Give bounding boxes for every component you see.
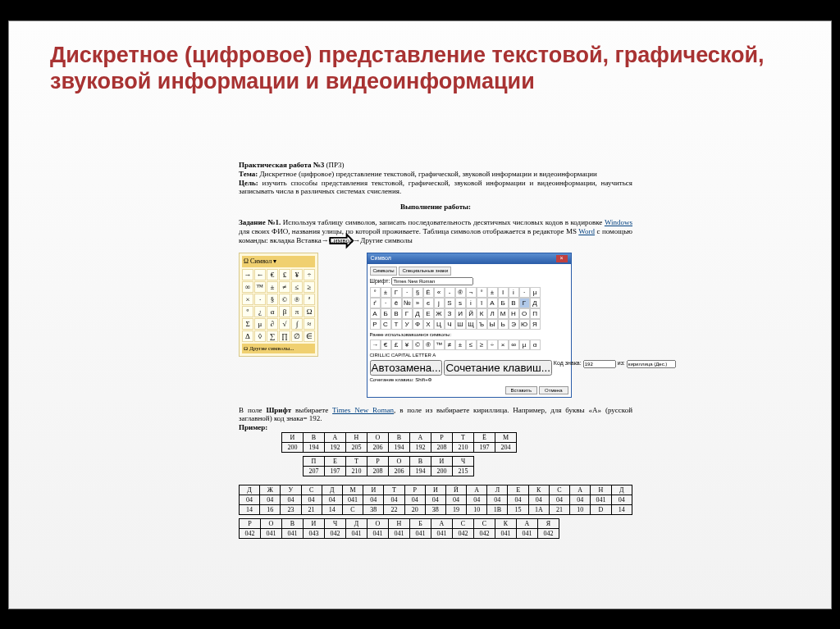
code-cell: А: [467, 485, 487, 495]
code-cell: С: [342, 504, 363, 514]
example-table-3: ДЖУСДМИТРИЙАЛЕКСАНД040404040404104040404…: [239, 485, 632, 515]
code-cell: В: [304, 432, 325, 442]
code-cell: 210: [453, 442, 474, 452]
code-cell: 15: [508, 504, 528, 514]
char-cell: Е: [423, 308, 434, 319]
code-cell: 04: [570, 495, 591, 504]
arrow-right-icon: ⇨: [328, 224, 356, 257]
code-cell: И: [425, 485, 445, 495]
symbol-cell: ±: [267, 281, 278, 293]
symbol-cell: ≤: [291, 281, 303, 293]
symbol-cell: §: [267, 294, 278, 305]
char-cell: В: [391, 308, 402, 319]
recent-cell: ™: [434, 340, 445, 350]
char-cell: А: [370, 308, 381, 319]
code-cell: 042: [538, 528, 559, 538]
code-cell: С: [474, 518, 495, 528]
char-cell: і: [466, 298, 477, 308]
char-cell: Г: [519, 298, 530, 308]
code-cell: 19: [445, 504, 466, 514]
char-cell: Ѕ: [445, 298, 455, 308]
code-cell: 04: [404, 495, 425, 504]
recent-cell: ®: [423, 340, 434, 350]
char-cell: З: [445, 308, 455, 319]
code-cell: 041: [261, 528, 282, 538]
symbol-cell: ¿: [254, 306, 266, 317]
code-cell: 20: [404, 504, 425, 514]
p2b: Шрифт: [266, 406, 291, 414]
code-cell: О: [389, 456, 410, 466]
p2c: выбираете: [295, 406, 328, 414]
code-cell: Т: [453, 432, 474, 442]
symbol-cell: ®: [291, 294, 303, 305]
code-cell: В: [410, 456, 431, 466]
code-cell: 1В: [487, 504, 508, 514]
code-cell: Р: [240, 518, 261, 528]
char-cell: Б: [498, 298, 509, 308]
tab-special: Специальные знаки: [399, 267, 451, 276]
char-cell: Э: [509, 319, 519, 330]
zadanie-label: Задание №1.: [239, 218, 281, 226]
char-cell: є: [423, 298, 434, 308]
code-cell: 21: [549, 504, 569, 514]
symbol-cell: ∞: [242, 281, 253, 293]
code-cell: 206: [368, 442, 389, 452]
symbol-cell: ×: [242, 294, 253, 305]
symbol-cell: β: [279, 306, 290, 317]
char-cell: Л: [487, 308, 498, 319]
code-cell: Б: [410, 518, 431, 528]
code-cell: Ч: [325, 518, 346, 528]
code-cell: Н: [346, 432, 368, 442]
primer-label: Пример:: [239, 423, 632, 432]
code-cell: 04: [508, 495, 528, 504]
code-cell: К: [495, 518, 517, 528]
symbol-cell: ∏: [279, 330, 290, 342]
symbol-cell: ÷: [304, 269, 315, 280]
code-cell: 21: [301, 504, 322, 514]
code-cell: И: [431, 456, 453, 466]
recent-cell: ÷: [487, 340, 498, 350]
code-cell: 042: [240, 528, 261, 538]
recent-cell: £: [391, 340, 402, 350]
shortcut-button: Сочетание клавиш...: [444, 360, 551, 376]
symbol-cell: Σ: [242, 318, 253, 330]
symbol-cell: →: [242, 269, 253, 280]
font-label: Шрифт:: [370, 278, 390, 284]
char-cell: ј: [434, 298, 445, 308]
code-cell: 204: [495, 442, 517, 452]
font-select: [391, 277, 473, 285]
symbol-cell: ©: [279, 294, 290, 305]
char-cell: Ъ: [477, 319, 487, 330]
code-cell: 22: [384, 504, 404, 514]
recent-cell: →: [370, 340, 381, 350]
char-name: CIRILLIC CAPITAL LETTER A: [370, 353, 436, 358]
code-cell: 041: [389, 528, 410, 538]
symbol-cell: Δ: [242, 330, 253, 342]
char-cell: °: [477, 287, 487, 298]
symbol-cell: ¥: [291, 269, 303, 280]
code-cell: А: [517, 518, 538, 528]
more-symbols-item: Ω Другие символы...: [242, 344, 315, 353]
code-cell: 04: [549, 495, 569, 504]
code-cell: А: [431, 518, 453, 528]
char-cell: §: [413, 287, 423, 298]
tab-symbols: Символы: [370, 267, 398, 276]
code-cell: 041: [282, 528, 304, 538]
code-cell: О: [261, 518, 282, 528]
recent-cell: ≥: [477, 340, 487, 350]
code-cell: Д: [240, 485, 260, 495]
code-cell: М: [495, 432, 517, 442]
char-cell: Д: [530, 298, 541, 308]
code-cell: Н: [591, 485, 611, 495]
code-cell: 041: [342, 495, 363, 504]
char-cell: ї: [477, 298, 487, 308]
symbol-cell: ≥: [304, 281, 315, 293]
code-cell: 38: [363, 504, 384, 514]
symbol-cell: £: [279, 269, 290, 280]
symbol-cell: ∂: [267, 318, 278, 330]
word-link: Word: [578, 227, 595, 235]
code-cell: 208: [368, 466, 389, 476]
char-cell: ±: [381, 287, 391, 298]
symbol-cell: π: [291, 306, 303, 317]
recent-cell: µ: [519, 340, 530, 350]
